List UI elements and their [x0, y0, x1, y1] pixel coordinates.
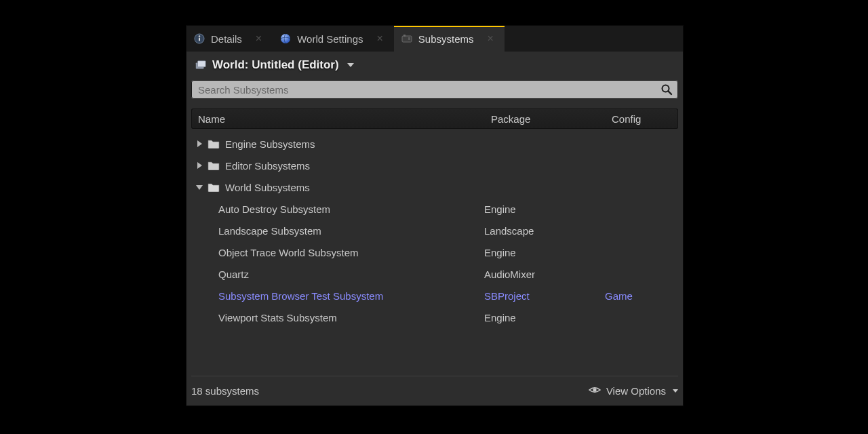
subsystem-name: Landscape Subsystem [218, 225, 321, 237]
group-label: Editor Subsystems [225, 160, 310, 172]
search-bar[interactable] [191, 80, 678, 99]
subsystem-row[interactable]: QuartzAudioMixer [191, 263, 678, 285]
tab-world-settings[interactable]: World Settings × [273, 26, 394, 52]
subsystem-name: Subsystem Browser Test Subsystem [218, 290, 383, 302]
tab-label: World Settings [297, 33, 363, 45]
subsystem-row[interactable]: Subsystem Browser Test SubsystemSBProjec… [191, 285, 678, 307]
tab-label: Subsystems [418, 33, 474, 45]
svg-point-1 [199, 35, 200, 37]
group-label: Engine Subsystems [225, 138, 315, 150]
status-bar: 18 subsystems View Options [191, 376, 678, 406]
subsystem-name: Auto Destroy Subsystem [218, 203, 330, 215]
subsystem-tree: Engine Subsystems Editor Subsystems Worl… [186, 133, 683, 328]
context-selector[interactable]: World: Untitled (Editor) [186, 52, 683, 80]
folder-icon [208, 161, 220, 170]
folder-icon [208, 139, 220, 149]
column-header-row: Name Package Config [191, 108, 678, 129]
eye-icon [589, 384, 601, 398]
subsystem-package: Engine [484, 247, 605, 258]
tree-group[interactable]: World Subsystems [191, 176, 678, 198]
subsystem-name: Object Trace World Subsystem [218, 247, 358, 258]
svg-line-10 [669, 92, 672, 95]
tab-label: Details [211, 33, 242, 45]
tree-group[interactable]: Editor Subsystems [191, 155, 678, 176]
tree-group[interactable]: Engine Subsystems [191, 133, 678, 155]
folder-icon [208, 182, 220, 192]
subsystem-package: Engine [484, 312, 605, 323]
subsystem-package: Engine [484, 203, 605, 215]
globe-icon [279, 33, 292, 45]
search-icon [660, 83, 673, 96]
world-icon [195, 59, 207, 71]
subsystem-row[interactable]: Object Trace World SubsystemEngine [191, 241, 678, 263]
svg-rect-8 [198, 61, 206, 67]
subsystem-name: Quartz [218, 269, 249, 280]
subsystems-panel: Details × World Settings × [186, 26, 683, 406]
chevron-right-icon[interactable] [195, 161, 203, 170]
subsystem-package: AudioMixer [484, 269, 605, 280]
subsystem-row[interactable]: Viewport Stats SubsystemEngine [191, 307, 678, 328]
column-header-config[interactable]: Config [605, 108, 678, 129]
subsystem-count: 18 subsystems [191, 385, 259, 397]
tab-subsystems[interactable]: Subsystems × [394, 26, 505, 52]
chevron-down-icon [347, 63, 354, 67]
close-icon[interactable]: × [254, 33, 263, 44]
column-header-package[interactable]: Package [484, 108, 605, 129]
svg-point-11 [593, 388, 596, 391]
chevron-down-icon [673, 389, 678, 393]
svg-point-3 [281, 34, 290, 43]
svg-rect-6 [408, 37, 410, 40]
svg-rect-2 [199, 38, 200, 41]
column-header-name[interactable]: Name [191, 108, 484, 129]
info-icon [193, 33, 205, 45]
subsystem-package: SBProject [484, 290, 605, 302]
subsystem-name: Viewport Stats Subsystem [218, 312, 337, 323]
subsystem-row[interactable]: Auto Destroy SubsystemEngine [191, 198, 678, 220]
chevron-down-icon[interactable] [195, 183, 203, 191]
close-icon[interactable]: × [486, 33, 495, 44]
engine-icon [401, 33, 413, 45]
view-options-label: View Options [606, 385, 666, 397]
svg-rect-5 [403, 35, 406, 37]
tab-details[interactable]: Details × [186, 26, 273, 52]
chevron-right-icon[interactable] [195, 140, 203, 148]
tab-bar: Details × World Settings × [186, 26, 683, 52]
close-icon[interactable]: × [375, 33, 384, 44]
context-title: World: Untitled (Editor) [212, 58, 339, 72]
subsystem-package: Landscape [484, 225, 605, 237]
subsystem-row[interactable]: Landscape SubsystemLandscape [191, 220, 678, 241]
subsystem-config: Game [605, 290, 678, 302]
search-input[interactable] [198, 84, 660, 96]
group-label: World Subsystems [225, 182, 310, 193]
view-options-button[interactable]: View Options [589, 384, 678, 398]
